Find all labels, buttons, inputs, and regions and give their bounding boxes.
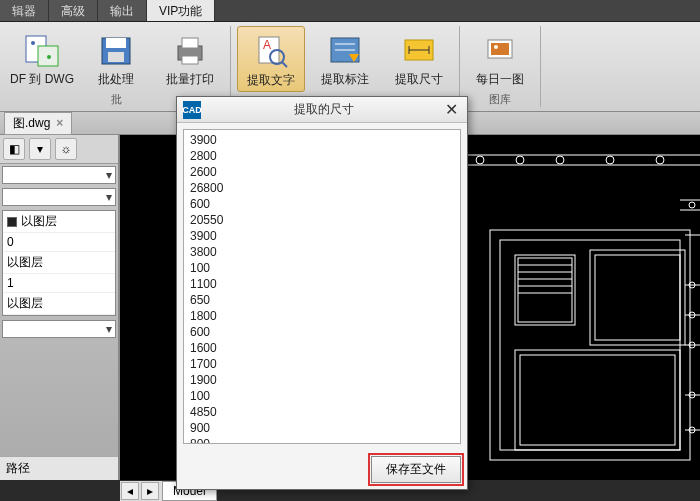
dimension-value[interactable]: 900 <box>190 420 454 436</box>
list-item[interactable]: 以图层 <box>3 293 115 315</box>
dimension-value[interactable]: 600 <box>190 196 454 212</box>
batch-print-label: 批量打印 <box>166 72 214 86</box>
svg-rect-23 <box>491 43 509 55</box>
dimension-value[interactable]: 100 <box>190 388 454 404</box>
svg-rect-43 <box>515 350 680 450</box>
tab-advanced[interactable]: 高级 <box>49 0 98 21</box>
checkbox-icon <box>7 217 17 227</box>
svg-rect-5 <box>106 38 126 48</box>
panel-dropdown-2[interactable]: ▾ <box>2 188 116 206</box>
save-icon <box>96 30 136 70</box>
svg-point-2 <box>31 41 35 45</box>
extract-annot-label: 提取标注 <box>321 72 369 86</box>
svg-point-31 <box>656 156 664 164</box>
chevron-down-icon: ▾ <box>106 190 112 204</box>
close-icon[interactable]: ✕ <box>441 100 461 120</box>
panel-footer: 路径 <box>0 456 118 480</box>
dimension-value[interactable]: 600 <box>190 324 454 340</box>
svg-point-29 <box>556 156 564 164</box>
svg-text:A: A <box>263 38 271 52</box>
list-item[interactable]: 以图层 <box>3 211 115 233</box>
tab-editor[interactable]: 辑器 <box>0 0 49 21</box>
list-item[interactable]: 以图层 <box>3 252 115 274</box>
model-next-button[interactable]: ▸ <box>141 482 159 500</box>
ribbon-group-gallery: 每日一图 图库 <box>460 26 541 107</box>
panel-dropdown-1[interactable]: ▾ <box>2 166 116 184</box>
dimension-value[interactable]: 3900 <box>190 228 454 244</box>
svg-point-30 <box>606 156 614 164</box>
extract-dim-button[interactable]: 提取尺寸 <box>385 26 453 92</box>
doc-search-icon: A <box>251 31 291 71</box>
batch-process-button[interactable]: 批处理 <box>82 26 150 90</box>
dim-icon <box>399 30 439 70</box>
panel-btn-1[interactable]: ◧ <box>3 138 25 160</box>
svg-rect-41 <box>590 250 685 345</box>
layer-list: 以图层 0 以图层 1 以图层 <box>2 210 116 316</box>
dimension-value[interactable]: 1100 <box>190 276 454 292</box>
daily-image-button[interactable]: 每日一图 <box>466 26 534 90</box>
menu-tabs: 辑器 高级 输出 VIP功能 <box>0 0 700 22</box>
svg-point-27 <box>476 156 484 164</box>
dimension-value[interactable]: 1800 <box>190 308 454 324</box>
svg-rect-44 <box>520 355 675 445</box>
dimension-value[interactable]: 650 <box>190 292 454 308</box>
ribbon-group-batch: DF 到 DWG 批处理 批量打印 批 <box>2 26 231 107</box>
dimension-value[interactable]: 2800 <box>190 148 454 164</box>
dimension-value[interactable]: 100 <box>190 260 454 276</box>
extract-text-label: 提取文字 <box>247 73 295 87</box>
pdf-to-dwg-button[interactable]: DF 到 DWG <box>8 26 76 90</box>
extract-text-button[interactable]: A 提取文字 <box>237 26 305 92</box>
svg-point-3 <box>47 55 51 59</box>
ribbon-group-extract: A 提取文字 提取标注 提取尺寸 <box>231 26 460 107</box>
dimension-value[interactable]: 26800 <box>190 180 454 196</box>
panel-toolbar: ◧ ▾ ☼ <box>0 135 118 164</box>
panel-btn-2[interactable]: ▾ <box>29 138 51 160</box>
dimension-value[interactable]: 1900 <box>190 372 454 388</box>
close-doc-icon[interactable]: × <box>56 116 63 130</box>
pdf-icon <box>22 30 62 70</box>
svg-rect-42 <box>595 255 680 340</box>
svg-rect-9 <box>182 56 198 64</box>
dimension-value[interactable]: 1700 <box>190 356 454 372</box>
left-panel: ◧ ▾ ☼ ▾ ▾ 以图层 0 以图层 1 以图层 ▾ 路径 <box>0 135 120 480</box>
group-gallery-label: 图库 <box>489 92 511 107</box>
dimension-value[interactable]: 2600 <box>190 164 454 180</box>
list-item[interactable]: 0 <box>3 233 115 252</box>
extracted-dimensions-dialog: CAD 提取的尺寸 ✕ 3900280026002680060020550390… <box>176 96 468 490</box>
model-prev-button[interactable]: ◂ <box>121 482 139 500</box>
dimension-value[interactable]: 800 <box>190 436 454 444</box>
daily-image-label: 每日一图 <box>476 72 524 86</box>
dialog-titlebar[interactable]: CAD 提取的尺寸 ✕ <box>177 97 467 123</box>
panel-dropdown-3[interactable]: ▾ <box>2 320 116 338</box>
pdf-to-dwg-label: DF 到 DWG <box>10 72 74 86</box>
dialog-title: 提取的尺寸 <box>207 101 441 118</box>
tab-output[interactable]: 输出 <box>98 0 147 21</box>
extract-annot-button[interactable]: 提取标注 <box>311 26 379 92</box>
chevron-down-icon: ▾ <box>106 322 112 336</box>
batch-print-button[interactable]: 批量打印 <box>156 26 224 90</box>
dimension-value[interactable]: 4850 <box>190 404 454 420</box>
group-batch-label: 批 <box>111 92 122 107</box>
svg-rect-8 <box>182 38 198 48</box>
batch-process-label: 批处理 <box>98 72 134 86</box>
svg-point-47 <box>689 202 695 208</box>
svg-point-24 <box>494 45 498 49</box>
annot-icon <box>325 30 365 70</box>
chevron-down-icon: ▾ <box>106 168 112 182</box>
pic-icon <box>480 30 520 70</box>
svg-rect-6 <box>108 52 124 62</box>
dimension-value[interactable]: 20550 <box>190 212 454 228</box>
dimension-value[interactable]: 3800 <box>190 244 454 260</box>
list-item[interactable]: 1 <box>3 274 115 293</box>
dimension-value[interactable]: 1600 <box>190 340 454 356</box>
svg-line-13 <box>282 62 287 67</box>
document-tab[interactable]: 图.dwg × <box>4 112 72 135</box>
cad-icon: CAD <box>183 101 201 119</box>
svg-rect-35 <box>518 258 572 322</box>
save-to-file-button[interactable]: 保存至文件 <box>371 456 461 483</box>
tab-vip[interactable]: VIP功能 <box>147 0 215 21</box>
panel-btn-3[interactable]: ☼ <box>55 138 77 160</box>
dimension-list[interactable]: 3900280026002680060020550390038001001100… <box>183 129 461 444</box>
dimension-value[interactable]: 3900 <box>190 132 454 148</box>
document-name: 图.dwg <box>13 115 50 132</box>
